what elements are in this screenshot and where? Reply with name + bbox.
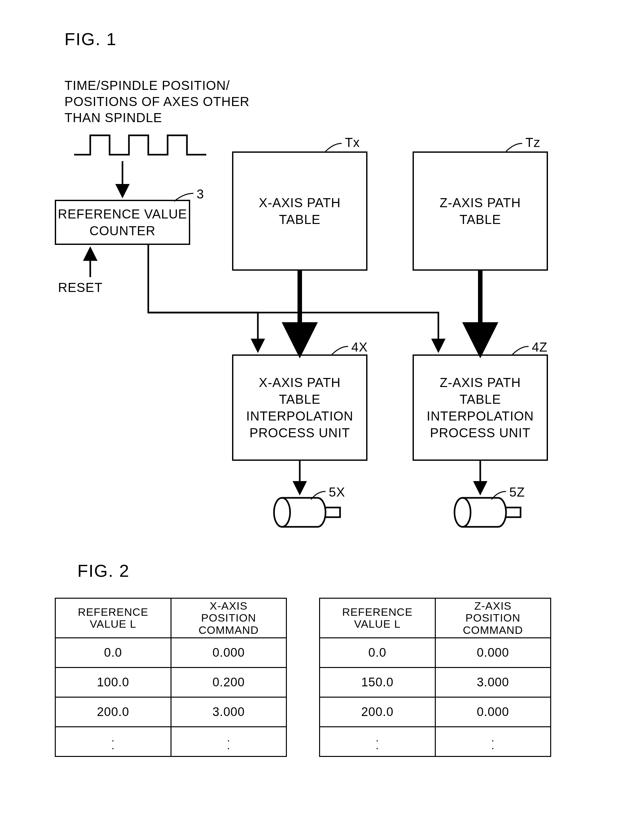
z-axis-path-table-block: Z-AXIS PATH TABLE xyxy=(412,152,548,271)
table-cell: 0.0 xyxy=(320,638,435,667)
table-cell: 0.0 xyxy=(55,638,171,667)
z-axis-interpolation-tag: 4Z xyxy=(532,340,547,354)
motor-z-icon xyxy=(454,498,521,527)
pulse-waveform-icon xyxy=(74,135,206,155)
reference-value-counter-block: REFERENCE VALUE COUNTER xyxy=(55,200,190,245)
x-axis-data-table: REFERENCE VALUE L X-AXIS POSITION COMMAN… xyxy=(55,598,287,757)
table-row: 0.0 0.000 xyxy=(320,638,551,667)
figure-2-title: FIG. 2 xyxy=(77,561,130,581)
table-header: REFERENCE VALUE L xyxy=(55,599,171,638)
table-cell: 150.0 xyxy=(320,667,435,697)
leader-5z-tag xyxy=(492,491,506,499)
table-cell: 200.0 xyxy=(320,697,435,727)
ellipsis-icon: .. xyxy=(55,727,171,756)
x-axis-path-table-block: X-AXIS PATH TABLE xyxy=(232,152,368,271)
table-cell: 100.0 xyxy=(55,667,171,697)
motor-x-icon xyxy=(274,498,340,527)
ellipsis-icon: .. xyxy=(320,727,435,756)
table-cell: 3.000 xyxy=(171,697,287,727)
x-axis-interpolation-block: X-AXIS PATH TABLE INTERPOLATION PROCESS … xyxy=(232,354,368,461)
z-axis-interpolation-block: Z-AXIS PATH TABLE INTERPOLATION PROCESS … xyxy=(412,354,548,461)
leader-5x-tag xyxy=(311,491,325,499)
table-header: Z-AXIS POSITION COMMAND xyxy=(435,599,551,638)
svg-point-1 xyxy=(454,498,471,527)
ellipsis-icon: .. xyxy=(435,727,551,756)
x-axis-interpolation-tag: 4X xyxy=(351,340,368,354)
x-motor-tag: 5X xyxy=(329,485,345,499)
ellipsis-icon: .. xyxy=(171,727,287,756)
leader-tz-tag xyxy=(506,143,522,152)
table-cell: 3.000 xyxy=(435,667,551,697)
table-row: 150.0 3.000 xyxy=(320,667,551,697)
leader-tx-tag xyxy=(325,143,342,152)
table-cell: 0.000 xyxy=(435,638,551,667)
table-header: REFERENCE VALUE L xyxy=(320,599,435,638)
table-row: 200.0 0.000 xyxy=(320,697,551,727)
table-row: 200.0 3.000 xyxy=(55,697,287,727)
input-signal-description: TIME/SPINDLE POSITION/ POSITIONS OF AXES… xyxy=(64,77,250,126)
table-row: 100.0 0.200 xyxy=(55,667,287,697)
x-axis-path-table-tag: Tx xyxy=(345,135,360,150)
table-row-ellipsis: .. .. xyxy=(55,727,287,756)
table-row: 0.0 0.000 xyxy=(55,638,287,667)
leader-4z-tag xyxy=(512,346,529,354)
table-cell: 0.000 xyxy=(435,697,551,727)
reference-counter-tag: 3 xyxy=(196,187,204,201)
table-row-ellipsis: .. .. xyxy=(320,727,551,756)
figure-1-title: FIG. 1 xyxy=(64,29,117,49)
z-axis-path-table-tag: Tz xyxy=(525,135,540,150)
table-cell: 0.000 xyxy=(171,638,287,667)
svg-point-0 xyxy=(274,498,290,527)
z-motor-tag: 5Z xyxy=(509,485,525,499)
table-cell: 0.200 xyxy=(171,667,287,697)
table-cell: 200.0 xyxy=(55,697,171,727)
reset-label: RESET xyxy=(58,280,103,295)
leader-4x-tag xyxy=(332,346,348,354)
arrow-counter-to-zinterp xyxy=(148,312,439,351)
z-axis-data-table: REFERENCE VALUE L Z-AXIS POSITION COMMAN… xyxy=(319,598,551,757)
table-header: X-AXIS POSITION COMMAND xyxy=(171,599,287,638)
